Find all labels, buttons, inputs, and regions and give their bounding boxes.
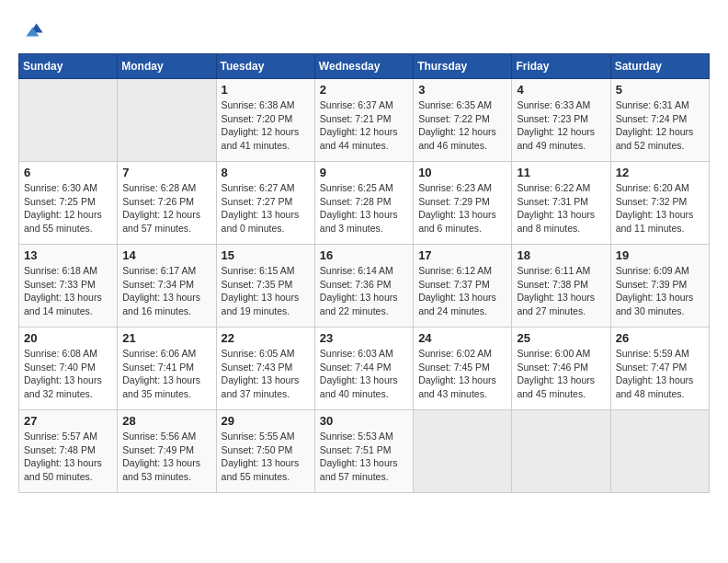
calendar-cell	[512, 410, 610, 493]
calendar-cell: 9Sunrise: 6:25 AMSunset: 7:28 PMDaylight…	[314, 162, 413, 245]
calendar-week-4: 20Sunrise: 6:08 AMSunset: 7:40 PMDayligh…	[19, 327, 710, 410]
calendar-week-1: 1Sunrise: 6:38 AMSunset: 7:20 PMDaylight…	[19, 79, 710, 162]
day-number: 27	[24, 414, 112, 428]
calendar-cell: 3Sunrise: 6:35 AMSunset: 7:22 PMDaylight…	[414, 79, 512, 162]
calendar-cell: 7Sunrise: 6:28 AMSunset: 7:26 PMDaylight…	[118, 162, 216, 245]
day-number: 5	[616, 83, 704, 97]
day-info: Sunrise: 6:37 AMSunset: 7:21 PMDaylight:…	[320, 98, 408, 153]
calendar-cell: 16Sunrise: 6:14 AMSunset: 7:36 PMDayligh…	[314, 245, 413, 327]
calendar-cell: 1Sunrise: 6:38 AMSunset: 7:20 PMDaylight…	[216, 79, 314, 162]
day-number: 11	[517, 166, 605, 179]
weekday-header-row: SundayMondayTuesdayWednesdayThursdayFrid…	[19, 54, 710, 79]
calendar-cell: 4Sunrise: 6:33 AMSunset: 7:23 PMDaylight…	[512, 79, 610, 162]
day-number: 22	[222, 331, 310, 345]
day-info: Sunrise: 6:02 AMSunset: 7:45 PMDaylight:…	[418, 347, 506, 401]
day-number: 19	[616, 248, 704, 262]
weekday-header-friday: Friday	[512, 54, 610, 79]
weekday-header-saturday: Saturday	[610, 54, 709, 79]
calendar-cell: 26Sunrise: 5:59 AMSunset: 7:47 PMDayligh…	[610, 327, 709, 410]
day-number: 3	[418, 83, 506, 97]
day-info: Sunrise: 6:15 AMSunset: 7:35 PMDaylight:…	[222, 264, 310, 318]
day-info: Sunrise: 5:55 AMSunset: 7:50 PMDaylight:…	[222, 430, 310, 484]
day-number: 6	[24, 166, 112, 179]
calendar-cell: 13Sunrise: 6:18 AMSunset: 7:33 PMDayligh…	[19, 245, 118, 327]
day-info: Sunrise: 6:11 AMSunset: 7:38 PMDaylight:…	[517, 264, 605, 318]
day-number: 23	[320, 331, 408, 345]
day-info: Sunrise: 6:08 AMSunset: 7:40 PMDaylight:…	[24, 347, 112, 401]
day-info: Sunrise: 5:57 AMSunset: 7:48 PMDaylight:…	[24, 430, 112, 484]
day-number: 21	[122, 331, 210, 345]
day-info: Sunrise: 6:23 AMSunset: 7:29 PMDaylight:…	[418, 181, 506, 236]
day-number: 4	[517, 83, 605, 97]
calendar-cell: 5Sunrise: 6:31 AMSunset: 7:24 PMDaylight…	[610, 79, 709, 162]
day-number: 14	[122, 248, 210, 262]
calendar-week-5: 27Sunrise: 5:57 AMSunset: 7:48 PMDayligh…	[19, 410, 710, 493]
day-number: 18	[517, 248, 605, 262]
calendar-cell: 2Sunrise: 6:37 AMSunset: 7:21 PMDaylight…	[314, 79, 413, 162]
day-number: 7	[122, 166, 210, 179]
day-info: Sunrise: 6:30 AMSunset: 7:25 PMDaylight:…	[24, 181, 112, 236]
day-info: Sunrise: 6:35 AMSunset: 7:22 PMDaylight:…	[418, 98, 506, 153]
day-info: Sunrise: 5:56 AMSunset: 7:49 PMDaylight:…	[122, 430, 210, 484]
calendar-cell: 8Sunrise: 6:27 AMSunset: 7:27 PMDaylight…	[216, 162, 314, 245]
weekday-header-wednesday: Wednesday	[314, 54, 413, 79]
calendar-cell: 14Sunrise: 6:17 AMSunset: 7:34 PMDayligh…	[118, 245, 216, 327]
day-number: 15	[222, 248, 310, 262]
weekday-header-sunday: Sunday	[19, 54, 118, 79]
day-info: Sunrise: 5:53 AMSunset: 7:51 PMDaylight:…	[320, 430, 408, 484]
day-number: 25	[517, 331, 605, 345]
calendar-cell: 6Sunrise: 6:30 AMSunset: 7:25 PMDaylight…	[19, 162, 118, 245]
calendar-cell: 24Sunrise: 6:02 AMSunset: 7:45 PMDayligh…	[414, 327, 512, 410]
day-number: 2	[320, 83, 408, 97]
day-info: Sunrise: 6:06 AMSunset: 7:41 PMDaylight:…	[122, 347, 210, 401]
day-info: Sunrise: 6:12 AMSunset: 7:37 PMDaylight:…	[418, 264, 506, 318]
day-info: Sunrise: 6:38 AMSunset: 7:20 PMDaylight:…	[222, 98, 310, 153]
day-info: Sunrise: 6:18 AMSunset: 7:33 PMDaylight:…	[24, 264, 112, 318]
logo-icon	[18, 18, 44, 44]
calendar-week-3: 13Sunrise: 6:18 AMSunset: 7:33 PMDayligh…	[19, 245, 710, 327]
calendar-cell: 12Sunrise: 6:20 AMSunset: 7:32 PMDayligh…	[610, 162, 709, 245]
day-number: 26	[616, 331, 704, 345]
calendar-cell	[118, 79, 216, 162]
calendar-cell: 27Sunrise: 5:57 AMSunset: 7:48 PMDayligh…	[19, 410, 118, 493]
day-number: 28	[122, 414, 210, 428]
day-number: 29	[222, 414, 310, 428]
day-number: 1	[222, 83, 310, 97]
calendar-week-2: 6Sunrise: 6:30 AMSunset: 7:25 PMDaylight…	[19, 162, 710, 245]
calendar-cell: 17Sunrise: 6:12 AMSunset: 7:37 PMDayligh…	[414, 245, 512, 327]
day-info: Sunrise: 6:17 AMSunset: 7:34 PMDaylight:…	[122, 264, 210, 318]
calendar-cell	[610, 410, 709, 493]
day-info: Sunrise: 5:59 AMSunset: 7:47 PMDaylight:…	[616, 347, 704, 401]
day-info: Sunrise: 6:00 AMSunset: 7:46 PMDaylight:…	[517, 347, 605, 401]
day-info: Sunrise: 6:03 AMSunset: 7:44 PMDaylight:…	[320, 347, 408, 401]
calendar-cell: 11Sunrise: 6:22 AMSunset: 7:31 PMDayligh…	[512, 162, 610, 245]
calendar-cell: 10Sunrise: 6:23 AMSunset: 7:29 PMDayligh…	[414, 162, 512, 245]
calendar-cell: 22Sunrise: 6:05 AMSunset: 7:43 PMDayligh…	[216, 327, 314, 410]
calendar-cell: 30Sunrise: 5:53 AMSunset: 7:51 PMDayligh…	[314, 410, 413, 493]
calendar-cell	[414, 410, 512, 493]
day-info: Sunrise: 6:31 AMSunset: 7:24 PMDaylight:…	[616, 98, 704, 153]
calendar-cell: 20Sunrise: 6:08 AMSunset: 7:40 PMDayligh…	[19, 327, 118, 410]
day-info: Sunrise: 6:33 AMSunset: 7:23 PMDaylight:…	[517, 98, 605, 153]
calendar-cell: 15Sunrise: 6:15 AMSunset: 7:35 PMDayligh…	[216, 245, 314, 327]
calendar-cell: 21Sunrise: 6:06 AMSunset: 7:41 PMDayligh…	[118, 327, 216, 410]
calendar-cell: 28Sunrise: 5:56 AMSunset: 7:49 PMDayligh…	[118, 410, 216, 493]
day-info: Sunrise: 6:28 AMSunset: 7:26 PMDaylight:…	[122, 181, 210, 236]
day-number: 13	[24, 248, 112, 262]
day-number: 16	[320, 248, 408, 262]
day-info: Sunrise: 6:25 AMSunset: 7:28 PMDaylight:…	[320, 181, 408, 236]
weekday-header-thursday: Thursday	[414, 54, 512, 79]
calendar-cell: 25Sunrise: 6:00 AMSunset: 7:46 PMDayligh…	[512, 327, 610, 410]
day-info: Sunrise: 6:22 AMSunset: 7:31 PMDaylight:…	[517, 181, 605, 236]
day-number: 12	[616, 166, 704, 179]
page-header	[18, 18, 710, 44]
day-number: 17	[418, 248, 506, 262]
calendar-table: SundayMondayTuesdayWednesdayThursdayFrid…	[18, 53, 710, 493]
day-info: Sunrise: 6:05 AMSunset: 7:43 PMDaylight:…	[222, 347, 310, 401]
weekday-header-tuesday: Tuesday	[216, 54, 314, 79]
day-number: 24	[418, 331, 506, 345]
calendar-cell: 23Sunrise: 6:03 AMSunset: 7:44 PMDayligh…	[314, 327, 413, 410]
day-info: Sunrise: 6:09 AMSunset: 7:39 PMDaylight:…	[616, 264, 704, 318]
weekday-header-monday: Monday	[118, 54, 216, 79]
calendar-cell	[19, 79, 118, 162]
